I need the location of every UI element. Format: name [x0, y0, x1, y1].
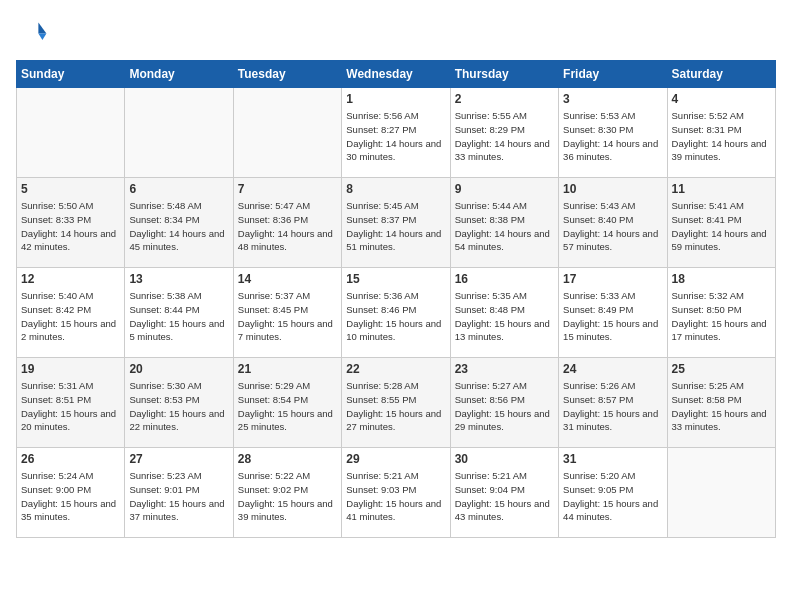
calendar-cell: 16Sunrise: 5:35 AM Sunset: 8:48 PM Dayli…: [450, 268, 558, 358]
calendar-cell: 6Sunrise: 5:48 AM Sunset: 8:34 PM Daylig…: [125, 178, 233, 268]
day-number: 25: [672, 362, 771, 376]
calendar-cell: 28Sunrise: 5:22 AM Sunset: 9:02 PM Dayli…: [233, 448, 341, 538]
calendar-cell: 19Sunrise: 5:31 AM Sunset: 8:51 PM Dayli…: [17, 358, 125, 448]
calendar-cell: 17Sunrise: 5:33 AM Sunset: 8:49 PM Dayli…: [559, 268, 667, 358]
svg-marker-1: [38, 34, 46, 40]
calendar-cell: 9Sunrise: 5:44 AM Sunset: 8:38 PM Daylig…: [450, 178, 558, 268]
day-number: 9: [455, 182, 554, 196]
day-info: Sunrise: 5:33 AM Sunset: 8:49 PM Dayligh…: [563, 289, 662, 344]
calendar-cell: 10Sunrise: 5:43 AM Sunset: 8:40 PM Dayli…: [559, 178, 667, 268]
weekday-header-tuesday: Tuesday: [233, 61, 341, 88]
day-number: 28: [238, 452, 337, 466]
day-number: 31: [563, 452, 662, 466]
calendar-week-1: 1Sunrise: 5:56 AM Sunset: 8:27 PM Daylig…: [17, 88, 776, 178]
calendar-cell: 11Sunrise: 5:41 AM Sunset: 8:41 PM Dayli…: [667, 178, 775, 268]
calendar-cell: 7Sunrise: 5:47 AM Sunset: 8:36 PM Daylig…: [233, 178, 341, 268]
weekday-header-thursday: Thursday: [450, 61, 558, 88]
calendar-week-5: 26Sunrise: 5:24 AM Sunset: 9:00 PM Dayli…: [17, 448, 776, 538]
calendar-cell: 22Sunrise: 5:28 AM Sunset: 8:55 PM Dayli…: [342, 358, 450, 448]
logo-icon: [16, 16, 48, 48]
day-number: 24: [563, 362, 662, 376]
weekday-header-sunday: Sunday: [17, 61, 125, 88]
day-info: Sunrise: 5:45 AM Sunset: 8:37 PM Dayligh…: [346, 199, 445, 254]
calendar-cell: 23Sunrise: 5:27 AM Sunset: 8:56 PM Dayli…: [450, 358, 558, 448]
calendar-cell: [125, 88, 233, 178]
day-number: 23: [455, 362, 554, 376]
calendar-week-2: 5Sunrise: 5:50 AM Sunset: 8:33 PM Daylig…: [17, 178, 776, 268]
calendar-cell: 25Sunrise: 5:25 AM Sunset: 8:58 PM Dayli…: [667, 358, 775, 448]
day-info: Sunrise: 5:50 AM Sunset: 8:33 PM Dayligh…: [21, 199, 120, 254]
day-number: 3: [563, 92, 662, 106]
calendar-cell: 24Sunrise: 5:26 AM Sunset: 8:57 PM Dayli…: [559, 358, 667, 448]
calendar-table: SundayMondayTuesdayWednesdayThursdayFrid…: [16, 60, 776, 538]
calendar-cell: 27Sunrise: 5:23 AM Sunset: 9:01 PM Dayli…: [125, 448, 233, 538]
day-number: 20: [129, 362, 228, 376]
day-info: Sunrise: 5:37 AM Sunset: 8:45 PM Dayligh…: [238, 289, 337, 344]
svg-marker-0: [38, 22, 46, 33]
calendar-cell: 8Sunrise: 5:45 AM Sunset: 8:37 PM Daylig…: [342, 178, 450, 268]
day-number: 22: [346, 362, 445, 376]
calendar-cell: 2Sunrise: 5:55 AM Sunset: 8:29 PM Daylig…: [450, 88, 558, 178]
calendar-cell: 18Sunrise: 5:32 AM Sunset: 8:50 PM Dayli…: [667, 268, 775, 358]
day-number: 18: [672, 272, 771, 286]
day-info: Sunrise: 5:21 AM Sunset: 9:03 PM Dayligh…: [346, 469, 445, 524]
day-info: Sunrise: 5:32 AM Sunset: 8:50 PM Dayligh…: [672, 289, 771, 344]
day-info: Sunrise: 5:31 AM Sunset: 8:51 PM Dayligh…: [21, 379, 120, 434]
logo: [16, 16, 52, 48]
day-number: 21: [238, 362, 337, 376]
day-info: Sunrise: 5:21 AM Sunset: 9:04 PM Dayligh…: [455, 469, 554, 524]
calendar-week-4: 19Sunrise: 5:31 AM Sunset: 8:51 PM Dayli…: [17, 358, 776, 448]
day-number: 2: [455, 92, 554, 106]
day-info: Sunrise: 5:36 AM Sunset: 8:46 PM Dayligh…: [346, 289, 445, 344]
day-number: 10: [563, 182, 662, 196]
calendar-cell: 14Sunrise: 5:37 AM Sunset: 8:45 PM Dayli…: [233, 268, 341, 358]
day-info: Sunrise: 5:25 AM Sunset: 8:58 PM Dayligh…: [672, 379, 771, 434]
day-number: 15: [346, 272, 445, 286]
calendar-cell: 20Sunrise: 5:30 AM Sunset: 8:53 PM Dayli…: [125, 358, 233, 448]
weekday-header-monday: Monday: [125, 61, 233, 88]
day-number: 8: [346, 182, 445, 196]
calendar-cell: 26Sunrise: 5:24 AM Sunset: 9:00 PM Dayli…: [17, 448, 125, 538]
calendar-cell: 15Sunrise: 5:36 AM Sunset: 8:46 PM Dayli…: [342, 268, 450, 358]
calendar-week-3: 12Sunrise: 5:40 AM Sunset: 8:42 PM Dayli…: [17, 268, 776, 358]
calendar-cell: [233, 88, 341, 178]
day-info: Sunrise: 5:29 AM Sunset: 8:54 PM Dayligh…: [238, 379, 337, 434]
calendar-cell: 4Sunrise: 5:52 AM Sunset: 8:31 PM Daylig…: [667, 88, 775, 178]
day-info: Sunrise: 5:35 AM Sunset: 8:48 PM Dayligh…: [455, 289, 554, 344]
day-number: 27: [129, 452, 228, 466]
day-info: Sunrise: 5:44 AM Sunset: 8:38 PM Dayligh…: [455, 199, 554, 254]
day-number: 6: [129, 182, 228, 196]
day-number: 30: [455, 452, 554, 466]
day-info: Sunrise: 5:26 AM Sunset: 8:57 PM Dayligh…: [563, 379, 662, 434]
calendar-cell: [17, 88, 125, 178]
day-info: Sunrise: 5:43 AM Sunset: 8:40 PM Dayligh…: [563, 199, 662, 254]
day-number: 5: [21, 182, 120, 196]
day-number: 14: [238, 272, 337, 286]
day-number: 12: [21, 272, 120, 286]
day-info: Sunrise: 5:52 AM Sunset: 8:31 PM Dayligh…: [672, 109, 771, 164]
day-info: Sunrise: 5:56 AM Sunset: 8:27 PM Dayligh…: [346, 109, 445, 164]
calendar-cell: 12Sunrise: 5:40 AM Sunset: 8:42 PM Dayli…: [17, 268, 125, 358]
page-header: [16, 16, 776, 48]
day-info: Sunrise: 5:20 AM Sunset: 9:05 PM Dayligh…: [563, 469, 662, 524]
day-info: Sunrise: 5:22 AM Sunset: 9:02 PM Dayligh…: [238, 469, 337, 524]
weekday-header-saturday: Saturday: [667, 61, 775, 88]
calendar-cell: [667, 448, 775, 538]
day-number: 13: [129, 272, 228, 286]
day-info: Sunrise: 5:30 AM Sunset: 8:53 PM Dayligh…: [129, 379, 228, 434]
day-number: 7: [238, 182, 337, 196]
day-info: Sunrise: 5:28 AM Sunset: 8:55 PM Dayligh…: [346, 379, 445, 434]
calendar-cell: 21Sunrise: 5:29 AM Sunset: 8:54 PM Dayli…: [233, 358, 341, 448]
calendar-cell: 13Sunrise: 5:38 AM Sunset: 8:44 PM Dayli…: [125, 268, 233, 358]
day-number: 16: [455, 272, 554, 286]
day-info: Sunrise: 5:55 AM Sunset: 8:29 PM Dayligh…: [455, 109, 554, 164]
weekday-header-row: SundayMondayTuesdayWednesdayThursdayFrid…: [17, 61, 776, 88]
day-info: Sunrise: 5:23 AM Sunset: 9:01 PM Dayligh…: [129, 469, 228, 524]
day-number: 11: [672, 182, 771, 196]
day-number: 4: [672, 92, 771, 106]
day-number: 26: [21, 452, 120, 466]
weekday-header-friday: Friday: [559, 61, 667, 88]
day-info: Sunrise: 5:40 AM Sunset: 8:42 PM Dayligh…: [21, 289, 120, 344]
day-number: 1: [346, 92, 445, 106]
day-info: Sunrise: 5:53 AM Sunset: 8:30 PM Dayligh…: [563, 109, 662, 164]
